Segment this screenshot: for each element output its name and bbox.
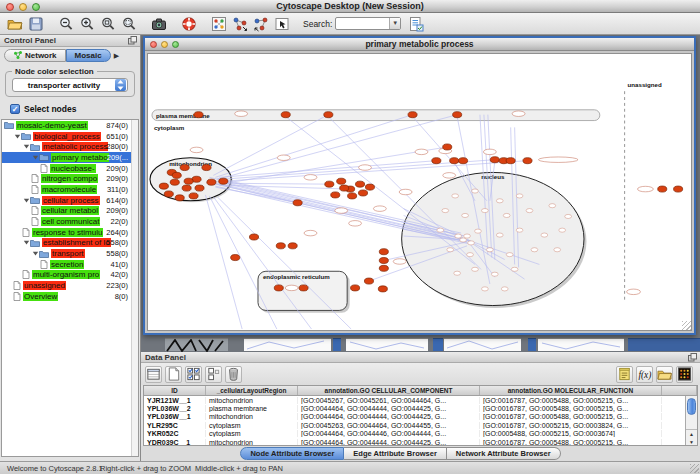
network-node[interactable] <box>399 189 412 194</box>
network-node[interactable] <box>373 206 386 211</box>
tab-edge-attribute-browser[interactable]: Edge Attribute Browser <box>344 447 446 460</box>
network-node[interactable] <box>379 257 388 263</box>
window-resize-grip[interactable] <box>682 321 691 330</box>
network-node[interactable] <box>549 204 556 208</box>
network-node[interactable] <box>378 286 387 292</box>
network-node[interactable] <box>364 278 373 284</box>
network-node[interactable] <box>559 228 566 232</box>
function-builder-icon[interactable]: f(x) <box>636 366 653 383</box>
network-node[interactable] <box>195 185 204 191</box>
network-node[interactable] <box>337 178 346 184</box>
expand-arrow-icon[interactable] <box>22 239 30 246</box>
network-node[interactable] <box>443 144 452 150</box>
network-node[interactable] <box>235 111 248 116</box>
table-row[interactable]: YPL036W__2plasma membrane[GO:0044464, GO… <box>144 404 697 412</box>
network-node[interactable] <box>453 112 462 118</box>
network-node[interactable] <box>459 158 468 164</box>
network-node[interactable] <box>164 191 173 197</box>
expand-arrow-icon[interactable] <box>13 133 21 140</box>
network-node[interactable] <box>281 112 290 118</box>
tree-row[interactable]: biological_process651(0) <box>2 131 138 142</box>
expand-arrow-icon[interactable] <box>22 197 30 204</box>
network-node[interactable] <box>285 285 298 290</box>
table-cell[interactable]: mitochondrion <box>206 397 298 404</box>
network-edge[interactable] <box>209 196 276 329</box>
table-row[interactable]: YDR039C__1mitochondrion[GO:0044464, GO:0… <box>144 438 697 446</box>
network-node[interactable] <box>554 248 561 252</box>
node-color-select[interactable]: transporter activity <box>12 78 128 92</box>
column-header[interactable]: annotation.GO CELLULAR_COMPONENT <box>298 386 480 395</box>
table-row[interactable]: YPL036W__1mitochondrion[GO:0044464, GO:0… <box>144 413 697 421</box>
network-node[interactable] <box>442 209 449 213</box>
network-node[interactable] <box>231 255 240 261</box>
search-input[interactable]: ▼ <box>335 17 401 30</box>
network-node[interactable] <box>491 272 498 276</box>
network-node[interactable] <box>496 233 503 237</box>
tree-row[interactable]: response to stimulu264(0) <box>2 227 138 238</box>
network-node[interactable] <box>219 178 228 184</box>
open-session-icon[interactable] <box>6 15 24 32</box>
table-cell[interactable]: YLR295C <box>144 422 206 429</box>
network-node[interactable] <box>455 234 462 238</box>
snapshot-icon[interactable] <box>150 15 168 32</box>
network-node[interactable] <box>408 112 417 118</box>
network-node[interactable] <box>538 157 578 162</box>
table-cell[interactable]: cytoplasm <box>206 422 298 429</box>
table-cell[interactable]: [GO:0016787, GO:0005488, GO:0005215, G..… <box>480 397 662 404</box>
network-node[interactable] <box>331 192 340 198</box>
network-node[interactable] <box>249 234 258 240</box>
network-node[interactable] <box>207 179 216 185</box>
table-cell[interactable]: [GO:0016787, GO:0005488, GO:0005215, G..… <box>480 405 662 412</box>
network-node[interactable] <box>324 112 333 118</box>
table-cell[interactable]: [GO:0016787, GO:0005488, GO:0005215, G..… <box>480 439 662 446</box>
network-node[interactable] <box>304 175 317 180</box>
compartment-nucleus[interactable] <box>402 172 584 305</box>
network-node[interactable] <box>393 259 406 264</box>
network-canvas[interactable]: plasma membranecytoplasmmitochondrionnuc… <box>147 53 692 331</box>
float-panel-icon[interactable] <box>128 36 137 47</box>
network-node[interactable] <box>351 285 360 291</box>
network-node[interactable] <box>437 228 444 232</box>
network-node[interactable] <box>184 178 193 184</box>
table-cell[interactable]: plasma membrane <box>206 405 298 412</box>
combo-arrows-icon[interactable] <box>115 79 126 91</box>
network-edge[interactable] <box>217 183 329 184</box>
network-node[interactable] <box>359 165 372 170</box>
network-node[interactable] <box>293 200 302 206</box>
help-icon[interactable] <box>180 15 198 32</box>
network-node[interactable] <box>464 234 471 238</box>
table-cell[interactable]: [GO:0044464, GO:0044444, GO:0044425, G..… <box>298 439 480 446</box>
search-dropdown-icon[interactable]: ▼ <box>389 18 400 29</box>
table-row[interactable]: YKR052Ccytoplasm[GO:0044464, GO:0044446,… <box>144 430 697 438</box>
table-cell[interactable]: YDR039C__1 <box>144 439 206 446</box>
network-node[interactable] <box>202 164 211 170</box>
scrollbar-arrows-icon[interactable]: ▲▼ <box>686 429 697 445</box>
tree-row[interactable]: nucleobase-209(0) <box>2 163 138 174</box>
background-window[interactable] <box>165 338 228 351</box>
network-node[interactable] <box>627 289 641 294</box>
background-window[interactable] <box>244 338 331 351</box>
network-node[interactable] <box>506 158 515 164</box>
table-cell[interactable]: YJR121W__1 <box>144 397 206 404</box>
network-node[interactable] <box>190 147 203 152</box>
table-cell[interactable]: [GO:0044464, GO:0044444, GO:0044425, G..… <box>298 413 480 420</box>
network-node[interactable] <box>277 155 290 160</box>
network-node[interactable] <box>482 287 489 291</box>
table-row[interactable]: YJR121W__1mitochondrion[GO:0045267, GO:0… <box>144 396 697 404</box>
column-header[interactable]: annotation.GO MOLECULAR_FUNCTION <box>480 386 662 395</box>
zoom-selected-icon[interactable] <box>120 15 138 32</box>
tree-row[interactable]: secretion41(0) <box>2 259 138 270</box>
layout-spring-icon[interactable] <box>231 15 249 32</box>
tree-row[interactable]: establishment of lo558(0) <box>2 238 138 249</box>
tab-network[interactable]: Network <box>4 49 66 62</box>
network-node[interactable] <box>512 111 525 116</box>
network-node[interactable] <box>468 241 475 245</box>
network-node[interactable] <box>452 194 459 198</box>
tree-row[interactable]: primary metabo209(... <box>2 152 138 163</box>
network-node[interactable] <box>365 184 374 190</box>
tree-row[interactable]: nitrogen compo209(0) <box>2 173 138 184</box>
network-edge[interactable] <box>205 195 242 329</box>
network-node[interactable] <box>511 267 518 271</box>
table-cell[interactable]: [GO:0016787, GO:0005215, GO:0003824, G..… <box>480 422 662 429</box>
network-node[interactable] <box>467 253 474 257</box>
